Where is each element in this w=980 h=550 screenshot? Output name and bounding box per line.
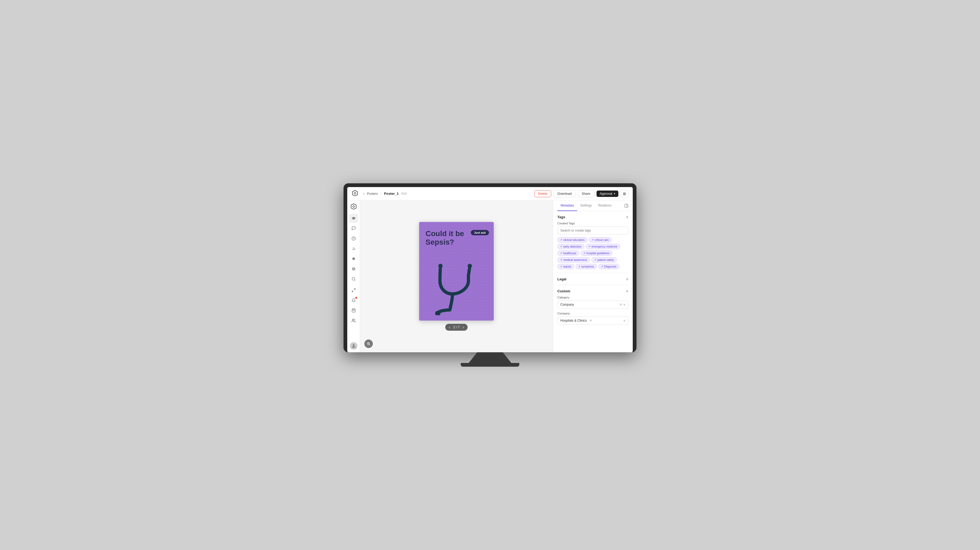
tag-healthcare[interactable]: ✓ healthcare — [557, 250, 579, 256]
shop-icon — [352, 308, 356, 312]
tag-sepsis[interactable]: ✓ sepsis — [557, 264, 574, 269]
tag-label: critical care — [595, 238, 609, 241]
tag-clinical-education[interactable]: ✓ clinical education — [557, 237, 587, 242]
tags-container: ✓ clinical education ✓ critical care ✓ e… — [557, 237, 628, 269]
page-indicator: 2 / 7 — [453, 325, 460, 329]
tag-label: patient safety — [597, 258, 614, 261]
sidebar-item-analytics[interactable] — [349, 244, 358, 253]
svg-point-14 — [352, 319, 354, 320]
category-label: Category — [557, 296, 628, 299]
company-chip-clear-icon[interactable]: ✕ — [589, 319, 592, 322]
category-select[interactable]: Company ✕ ∨ — [557, 301, 628, 309]
sidebar-item-search[interactable] — [349, 274, 358, 284]
sidebar-item-comments[interactable] — [349, 224, 358, 233]
page-nav: ‹ 2 / 7 › — [445, 324, 468, 331]
tag-label: hospital guidelines — [586, 252, 609, 255]
panel-collapse-button[interactable] — [624, 200, 628, 211]
tags-search-input[interactable] — [557, 226, 628, 234]
tag-emergency-medicine[interactable]: ✓ emergency medicine — [585, 244, 620, 249]
tag-patient-safety[interactable]: ✓ patient safety — [592, 257, 617, 263]
legal-collapse-icon: ∨ — [626, 277, 628, 281]
tab-settings[interactable]: Settings — [577, 200, 595, 211]
canvas-area: Could it be Sepsis? Just ask — [360, 200, 553, 352]
download-button[interactable]: Download — [554, 190, 576, 197]
bell-icon — [352, 298, 356, 303]
tag-label: early detection — [563, 245, 581, 248]
sidebar — [347, 200, 360, 352]
prev-page-button[interactable]: ‹ — [449, 325, 450, 329]
sidebar-item-view[interactable] — [349, 214, 358, 223]
svg-line-10 — [355, 280, 355, 281]
page-separator: / — [456, 325, 458, 329]
share-button[interactable]: Share — [578, 190, 594, 197]
sidebar-item-history[interactable] — [349, 234, 358, 243]
monitor-container: ← Posters / Poster_1 PDF Delete Download… — [344, 183, 636, 367]
svg-line-12 — [352, 290, 353, 292]
users-icon — [352, 319, 356, 323]
panel-tabs: Metadata Settings Relations — [553, 200, 633, 211]
delete-button[interactable]: Delete — [534, 190, 552, 197]
tag-check-icon: ✓ — [560, 245, 562, 248]
current-page: 2 — [453, 325, 455, 329]
company-select[interactable]: Hospitals & Clinics ✕ ∨ — [557, 317, 628, 325]
category-chevron-icon: ∨ — [623, 303, 625, 306]
sidebar-item-expand[interactable] — [349, 286, 358, 295]
tags-section-header[interactable]: Tags ∧ — [557, 215, 628, 219]
search-icon — [352, 277, 356, 281]
sidebar-item-layers[interactable] — [349, 264, 358, 273]
tag-medical-awareness[interactable]: ✓ medical awareness — [557, 257, 590, 263]
sidebar-item-team[interactable] — [349, 316, 358, 325]
approval-chevron-icon: ▾ — [614, 192, 615, 195]
breadcrumb-posters: Posters — [367, 192, 378, 196]
chat-icon — [352, 226, 356, 231]
app-logo — [352, 190, 358, 198]
custom-collapse-icon: ∧ — [626, 289, 628, 293]
monitor-screen: ← Posters / Poster_1 PDF Delete Download… — [347, 187, 633, 352]
avatar[interactable] — [350, 342, 357, 350]
svg-point-7 — [352, 268, 355, 271]
approval-button[interactable]: Approval ▾ — [597, 191, 618, 197]
topbar: ← Posters / Poster_1 PDF Delete Download… — [347, 187, 633, 200]
sidebar-item-notifications[interactable] — [349, 296, 358, 305]
tab-relations[interactable]: Relations — [595, 200, 615, 211]
svg-point-17 — [438, 264, 442, 268]
sidebar-avatar-container — [350, 340, 357, 350]
svg-rect-23 — [625, 204, 628, 207]
back-arrow-icon: ← — [362, 191, 366, 196]
sidebar-item-store[interactable] — [349, 306, 358, 315]
tag-check-icon: ✓ — [592, 239, 594, 241]
tag-diagnosis[interactable]: ✓ Diagnosis — [598, 264, 619, 269]
tags-section-title: Tags — [557, 215, 565, 219]
tag-label: medical awareness — [563, 258, 587, 261]
category-value: Company — [560, 303, 574, 306]
grid-view-button[interactable]: ⊞ — [620, 190, 628, 198]
main-content: Could it be Sepsis? Just ask — [347, 200, 633, 352]
custom-section-header[interactable]: Custom ∧ — [557, 289, 628, 293]
legal-section-header[interactable]: Legal ∨ — [557, 277, 628, 281]
svg-point-1 — [353, 218, 354, 219]
sidebar-item-status[interactable] — [349, 254, 358, 263]
grid-icon: ⊞ — [623, 191, 626, 196]
next-page-button[interactable]: › — [463, 325, 464, 329]
company-select-actions: ∨ — [623, 319, 625, 322]
svg-point-15 — [353, 344, 355, 346]
tag-label: sepsis — [563, 265, 571, 268]
tag-hospital-guidelines[interactable]: ✓ hospital guidelines — [581, 250, 612, 256]
svg-point-18 — [468, 264, 472, 268]
tag-critical-care[interactable]: ✓ critical care — [589, 237, 612, 242]
category-clear-icon[interactable]: ✕ — [619, 303, 622, 306]
svg-point-9 — [352, 277, 355, 281]
sidebar-logo — [350, 203, 357, 211]
tag-symptoms[interactable]: ✓ symptoms — [576, 264, 597, 269]
svg-line-20 — [369, 344, 370, 345]
tag-early-detection[interactable]: ✓ early detection — [557, 244, 584, 249]
back-button[interactable]: ← Posters — [362, 191, 378, 196]
zoom-icon — [367, 342, 371, 346]
tag-check-icon: ✓ — [589, 245, 591, 248]
expand-icon — [352, 288, 356, 292]
zoom-button[interactable] — [364, 340, 373, 348]
layers-icon — [352, 267, 356, 271]
right-panel: Metadata Settings Relations — [553, 200, 633, 352]
circle-icon — [352, 257, 355, 260]
tab-metadata[interactable]: Metadata — [557, 200, 577, 211]
